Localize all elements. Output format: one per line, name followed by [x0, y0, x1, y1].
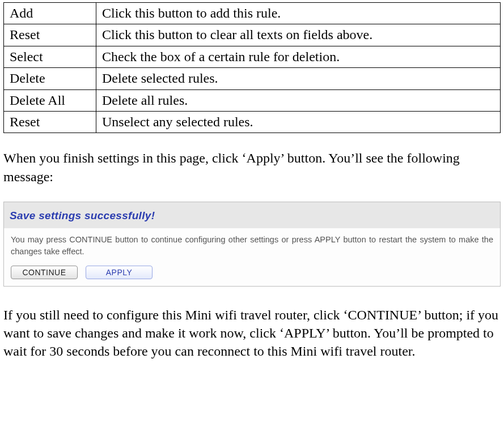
term-cell: Delete All [4, 89, 96, 111]
desc-cell: Click this button to add this rule. [96, 3, 501, 24]
paragraph-continue-apply: If you still need to configure this Mini… [3, 306, 501, 361]
panel-title: Save settings successfully! [10, 210, 155, 221]
table-row: Add Click this button to add this rule. [4, 3, 501, 24]
table-row: Delete Delete selected rules. [4, 68, 501, 89]
desc-cell: Unselect any selected rules. [96, 111, 501, 133]
table-row: Reset Click this button to clear all tex… [4, 24, 501, 46]
term-cell: Add [4, 3, 96, 24]
desc-cell: Click this button to clear all texts on … [96, 24, 501, 46]
apply-button[interactable]: APPLY [86, 266, 153, 279]
term-cell: Delete [4, 68, 96, 89]
term-cell: Select [4, 46, 96, 67]
paragraph-apply-hint: When you finish settings in this page, c… [3, 149, 501, 186]
save-settings-panel: Save settings successfully! You may pres… [3, 202, 501, 286]
desc-cell: Delete all rules. [96, 89, 501, 111]
table-row: Delete All Delete all rules. [4, 89, 501, 111]
panel-body: You may press CONTINUE button to continu… [4, 228, 500, 286]
panel-message: You may press CONTINUE button to continu… [11, 234, 493, 258]
term-cell: Reset [4, 24, 96, 46]
continue-button[interactable]: CONTINUE [11, 266, 78, 279]
desc-cell: Check the box of a certain rule for dele… [96, 46, 501, 67]
definitions-table: Add Click this button to add this rule. … [3, 2, 501, 133]
table-row: Select Check the box of a certain rule f… [4, 46, 501, 67]
panel-header: Save settings successfully! [4, 202, 500, 228]
term-cell: Reset [4, 111, 96, 133]
table-row: Reset Unselect any selected rules. [4, 111, 501, 133]
desc-cell: Delete selected rules. [96, 68, 501, 89]
